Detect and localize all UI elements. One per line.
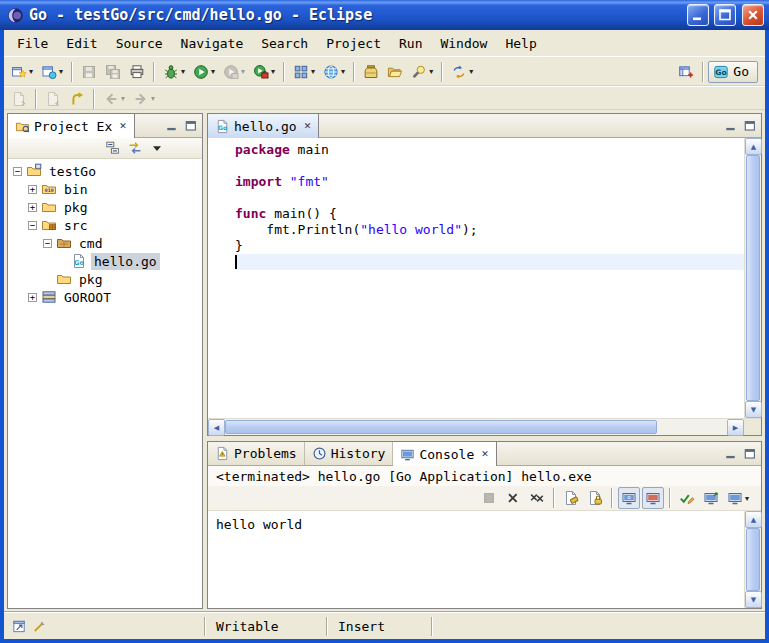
title-bar[interactable]: Go - testGo/src/cmd/hello.go - Eclipse — [0, 0, 769, 30]
minimize-console-button[interactable] — [722, 445, 740, 463]
scrollbar-thumb[interactable] — [225, 420, 657, 434]
tree-expander-minus[interactable]: − — [43, 239, 52, 248]
scrollbar-thumb[interactable] — [746, 155, 760, 401]
tree-item-src[interactable]: −src — [8, 216, 202, 234]
run-button[interactable]: ▾ — [190, 61, 218, 83]
dropdown-arrow-icon[interactable]: ▾ — [745, 494, 749, 503]
minimize-window-button[interactable] — [687, 4, 709, 26]
team-synchronize-button[interactable]: ▾ — [448, 61, 476, 83]
dropdown-arrow-icon[interactable]: ▾ — [121, 94, 125, 103]
console-output[interactable]: hello world — [208, 511, 744, 608]
scroll-up-button[interactable]: ▲ — [745, 138, 762, 155]
scrollbar-track[interactable] — [745, 155, 761, 401]
scroll-left-button[interactable]: ◀ — [208, 419, 225, 436]
fast-view-icon[interactable] — [12, 619, 27, 634]
close-window-button[interactable] — [742, 4, 764, 26]
collapse-all-button[interactable] — [103, 138, 123, 158]
menu-navigate[interactable]: Navigate — [172, 32, 253, 55]
dropdown-arrow-icon[interactable]: ▾ — [341, 67, 345, 76]
dropdown-arrow-icon[interactable]: ▾ — [151, 94, 155, 103]
console-vertical-scrollbar[interactable]: ▲ ▼ — [744, 511, 761, 608]
activate-on-write-button[interactable] — [676, 487, 698, 509]
code-line[interactable]: fmt.Println("hello world"); — [235, 222, 744, 238]
print-button[interactable] — [126, 61, 148, 83]
tree-expander-minus[interactable]: − — [13, 167, 22, 176]
tab-console[interactable]: Console✕ — [393, 442, 496, 466]
tree-item-testgo[interactable]: −testGo — [8, 162, 202, 180]
search-button[interactable]: ▾ — [408, 61, 436, 83]
maximize-editor-button[interactable] — [741, 117, 759, 135]
code-line[interactable]: } — [235, 238, 744, 254]
tab-project-explorer[interactable]: Project Ex ✕ — [8, 114, 135, 138]
tree-expander-plus[interactable]: + — [28, 203, 37, 212]
open-perspective-button[interactable] — [675, 61, 697, 83]
scroll-lock-button[interactable] — [584, 487, 606, 509]
remove-launch-button[interactable] — [502, 487, 524, 509]
menu-search[interactable]: Search — [252, 32, 317, 55]
dropdown-arrow-icon[interactable]: ▾ — [29, 67, 33, 76]
code-line[interactable] — [235, 254, 744, 270]
tab-problems[interactable]: Problems — [208, 442, 305, 465]
clear-console-button[interactable] — [560, 487, 582, 509]
scroll-down-button[interactable]: ▼ — [745, 591, 762, 608]
tree-item-pkg[interactable]: +pkg — [8, 198, 202, 216]
tree-item-cmd[interactable]: −cmd — [8, 234, 202, 252]
link-with-editor-button[interactable] — [125, 138, 145, 158]
dropdown-arrow-icon[interactable]: ▾ — [241, 67, 245, 76]
open-type-button[interactable] — [360, 61, 382, 83]
code-line[interactable] — [235, 158, 744, 174]
maximize-view-button[interactable] — [182, 117, 200, 135]
view-menu-button[interactable] — [147, 138, 167, 158]
code-line[interactable] — [235, 190, 744, 206]
tree-expander-plus[interactable]: + — [28, 185, 37, 194]
scrollbar-track[interactable] — [745, 528, 761, 591]
project-tree[interactable]: −testGo+010bin+pkg−src−cmdGohello.gopkg+… — [8, 159, 202, 608]
new-go-element-button[interactable]: ▾ — [38, 61, 66, 83]
close-editor-tab-icon[interactable]: ✕ — [304, 121, 312, 131]
go-perspective-button[interactable]: Go Go — [708, 61, 758, 83]
menu-window[interactable]: Window — [431, 32, 496, 55]
close-explorer-tab-icon[interactable]: ✕ — [119, 121, 127, 131]
code-line[interactable]: import "fmt" — [235, 174, 744, 190]
dropdown-arrow-icon[interactable]: ▾ — [59, 67, 63, 76]
scroll-down-button[interactable]: ▼ — [745, 401, 762, 418]
tab-hello-go[interactable]: Go hello.go ✕ — [208, 114, 319, 138]
show-when-stderr-changes-button[interactable] — [642, 487, 664, 509]
maximize-window-button[interactable] — [714, 4, 736, 26]
open-web-browser-button[interactable]: ▾ — [320, 61, 348, 83]
tab-history[interactable]: History — [305, 442, 394, 465]
scroll-up-button[interactable]: ▲ — [745, 511, 762, 528]
menu-project[interactable]: Project — [317, 32, 390, 55]
external-tools-button[interactable]: ▾ — [250, 61, 278, 83]
dropdown-arrow-icon[interactable]: ▾ — [429, 67, 433, 76]
tree-item-goroot[interactable]: +GOROOT — [8, 288, 202, 306]
last-edit-location-button[interactable] — [66, 88, 88, 110]
dropdown-arrow-icon[interactable]: ▾ — [181, 67, 185, 76]
tree-item-hello-go[interactable]: Gohello.go — [8, 252, 202, 270]
scrollbar-track[interactable] — [225, 419, 727, 435]
editor-vertical-scrollbar[interactable]: ▲ ▼ — [744, 138, 761, 418]
show-when-stdout-changes-button[interactable]: o — [618, 487, 640, 509]
dropdown-arrow-icon[interactable]: ▾ — [311, 67, 315, 76]
tree-item-bin[interactable]: +010bin — [8, 180, 202, 198]
tree-expander-plus[interactable]: + — [28, 293, 37, 302]
dropdown-arrow-icon[interactable]: ▾ — [469, 67, 473, 76]
code-line[interactable]: package main — [235, 142, 744, 158]
maximize-console-button[interactable] — [741, 445, 759, 463]
tree-expander-minus[interactable]: − — [28, 221, 37, 230]
debug-button[interactable]: ▾ — [160, 61, 188, 83]
new-go-package-button[interactable]: ▾ — [290, 61, 318, 83]
minimize-editor-button[interactable] — [722, 117, 740, 135]
editor-horizontal-scrollbar[interactable]: ◀ ▶ — [208, 419, 744, 435]
trim-widget-icon[interactable] — [32, 619, 47, 634]
close-tab-icon[interactable]: ✕ — [481, 449, 489, 459]
menu-file[interactable]: File — [8, 32, 57, 55]
new-wizard-button[interactable]: ▾ — [8, 61, 36, 83]
code-area[interactable]: package mainimport "fmt"func main() { fm… — [208, 138, 744, 418]
scroll-right-button[interactable]: ▶ — [727, 419, 744, 436]
menu-help[interactable]: Help — [496, 32, 545, 55]
dropdown-arrow-icon[interactable]: ▾ — [211, 67, 215, 76]
open-console-button[interactable]: ▾ — [724, 487, 752, 509]
tree-item-pkg[interactable]: pkg — [8, 270, 202, 288]
menu-run[interactable]: Run — [390, 32, 431, 55]
